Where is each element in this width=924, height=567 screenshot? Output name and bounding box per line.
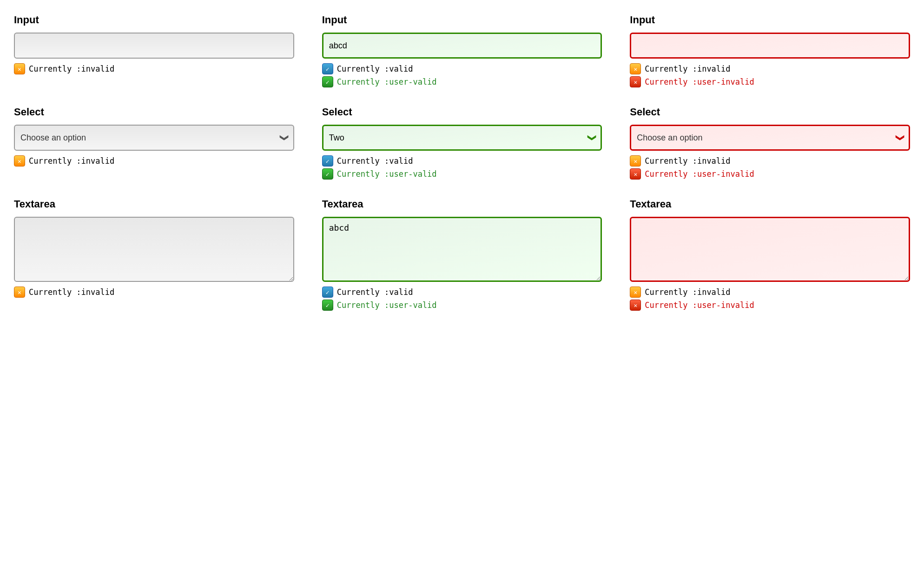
badge-blue-check-sel: ✓ xyxy=(322,155,333,167)
label-input-valid: Input xyxy=(322,14,602,26)
status-text-ta-valid: Currently :valid xyxy=(337,287,413,297)
cell-textarea-valid: Textarea abcd ✓ Currently :valid ✓ Curre… xyxy=(322,198,602,311)
badge-orange-x-sel-inv: ✕ xyxy=(630,155,641,167)
status-item-user-valid: ✓ Currently :user-valid xyxy=(322,76,602,87)
badge-green-check: ✓ xyxy=(322,76,333,87)
status-text-invalid: Currently :invalid xyxy=(645,64,730,73)
status-list-input-invalid: ✕ Currently :invalid ✕ Currently :user-i… xyxy=(630,63,910,87)
cell-input-invalid: Input ✕ Currently :invalid ✕ Currently :… xyxy=(630,14,910,87)
cell-input-default: Input ✕ Currently :invalid xyxy=(14,14,294,87)
label-textarea-invalid: Textarea xyxy=(630,198,910,210)
status-list-select-valid: ✓ Currently :valid ✓ Currently :user-val… xyxy=(322,155,602,180)
cell-input-valid: Input ✓ Currently :valid ✓ Currently :us… xyxy=(322,14,602,87)
status-item-sel-default: ✕ Currently :invalid xyxy=(14,155,294,167)
status-list-input-valid: ✓ Currently :valid ✓ Currently :user-val… xyxy=(322,63,602,87)
status-item-sel-user-invalid: ✕ Currently :user-invalid xyxy=(630,168,910,180)
label-textarea-valid: Textarea xyxy=(322,198,602,210)
status-text-sel-invalid: Currently :invalid xyxy=(645,156,730,166)
status-text-valid: Currently :valid xyxy=(337,64,413,73)
status-list-select-default: ✕ Currently :invalid xyxy=(14,155,294,167)
textarea-invalid[interactable] xyxy=(630,217,910,282)
cell-textarea-invalid: Textarea ✕ Currently :invalid ✕ Currentl… xyxy=(630,198,910,311)
status-text-ta-user-invalid: Currently :user-invalid xyxy=(645,300,754,310)
status-text-ta-invalid: Currently :invalid xyxy=(645,287,730,297)
status-text-user-valid: Currently :user-valid xyxy=(337,77,437,87)
badge-red-x-sel: ✕ xyxy=(630,168,641,180)
textarea-default[interactable] xyxy=(14,217,294,282)
status-item-ta-user-invalid: ✕ Currently :user-invalid xyxy=(630,300,910,311)
label-select-invalid: Select xyxy=(630,106,910,118)
badge-green-check-sel: ✓ xyxy=(322,168,333,180)
status-text-sel-user-invalid: Currently :user-invalid xyxy=(645,169,754,179)
input-default[interactable] xyxy=(14,33,294,59)
select-valid[interactable]: Choose an option One Two Three xyxy=(322,125,602,151)
status-list-textarea-default: ✕ Currently :invalid xyxy=(14,287,294,298)
select-wrapper-default: Choose an option One Two Three ❯ xyxy=(14,125,294,151)
status-item-invalid: ✕ Currently :invalid xyxy=(630,63,910,74)
status-item-ta-invalid: ✕ Currently :invalid xyxy=(630,287,910,298)
label-select-default: Select xyxy=(14,106,294,118)
badge-orange-x-ta-inv: ✕ xyxy=(630,287,641,298)
status-text-sel-valid: Currently :valid xyxy=(337,156,413,166)
select-invalid[interactable]: Choose an option One Two Three xyxy=(630,125,910,151)
cell-select-default: Select Choose an option One Two Three ❯ … xyxy=(14,106,294,180)
status-text-user-invalid: Currently :user-invalid xyxy=(645,77,754,87)
status-text-sel-user-valid: Currently :user-valid xyxy=(337,169,437,179)
main-grid: Input ✕ Currently :invalid Input ✓ Curre… xyxy=(14,14,910,311)
status-list-select-invalid: ✕ Currently :invalid ✕ Currently :user-i… xyxy=(630,155,910,180)
badge-red-x-ta: ✕ xyxy=(630,300,641,311)
status-text: Currently :invalid xyxy=(29,64,114,73)
select-wrapper-invalid: Choose an option One Two Three ❯ xyxy=(630,125,910,151)
select-wrapper-valid: Choose an option One Two Three ❯ xyxy=(322,125,602,151)
status-item-sel-user-valid: ✓ Currently :user-valid xyxy=(322,168,602,180)
status-item-ta-user-valid: ✓ Currently :user-valid xyxy=(322,300,602,311)
status-item: ✕ Currently :invalid xyxy=(14,63,294,74)
status-item-valid: ✓ Currently :valid xyxy=(322,63,602,74)
status-list-textarea-valid: ✓ Currently :valid ✓ Currently :user-val… xyxy=(322,287,602,311)
status-list-textarea-invalid: ✕ Currently :invalid ✕ Currently :user-i… xyxy=(630,287,910,311)
input-valid[interactable] xyxy=(322,33,602,59)
status-text-ta-default: Currently :invalid xyxy=(29,287,114,297)
status-item-sel-valid: ✓ Currently :valid xyxy=(322,155,602,167)
badge-orange-x-sel: ✕ xyxy=(14,155,25,167)
status-item-ta-valid: ✓ Currently :valid xyxy=(322,287,602,298)
label-input-invalid: Input xyxy=(630,14,910,26)
badge-blue-check-ta: ✓ xyxy=(322,287,333,298)
badge-orange-x-ta: ✕ xyxy=(14,287,25,298)
label-textarea-default: Textarea xyxy=(14,198,294,210)
cell-textarea-default: Textarea ✕ Currently :invalid xyxy=(14,198,294,311)
label-input-default: Input xyxy=(14,14,294,26)
status-text-ta-user-valid: Currently :user-valid xyxy=(337,300,437,310)
status-item-user-invalid: ✕ Currently :user-invalid xyxy=(630,76,910,87)
textarea-valid[interactable]: abcd xyxy=(322,217,602,282)
label-select-valid: Select xyxy=(322,106,602,118)
status-text-sel-default: Currently :invalid xyxy=(29,156,114,166)
cell-select-valid: Select Choose an option One Two Three ❯ … xyxy=(322,106,602,180)
badge-orange-x: ✕ xyxy=(14,63,25,74)
status-item-ta-default: ✕ Currently :invalid xyxy=(14,287,294,298)
select-default[interactable]: Choose an option One Two Three xyxy=(14,125,294,151)
badge-orange-x-invalid: ✕ xyxy=(630,63,641,74)
badge-blue-check: ✓ xyxy=(322,63,333,74)
status-list-input-default: ✕ Currently :invalid xyxy=(14,63,294,74)
badge-red-x: ✕ xyxy=(630,76,641,87)
badge-green-check-ta: ✓ xyxy=(322,300,333,311)
input-invalid[interactable] xyxy=(630,33,910,59)
status-item-sel-invalid: ✕ Currently :invalid xyxy=(630,155,910,167)
cell-select-invalid: Select Choose an option One Two Three ❯ … xyxy=(630,106,910,180)
